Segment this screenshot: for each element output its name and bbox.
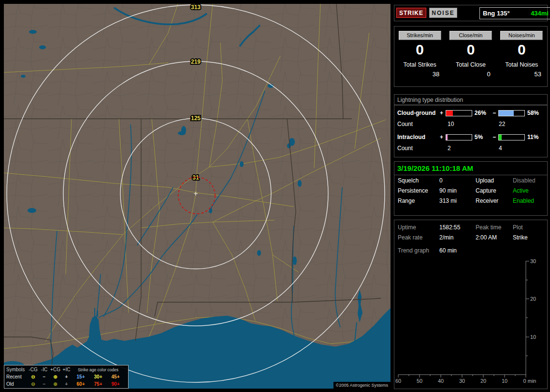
x-tick-30: 30 [459,378,465,384]
total-strikes-label: Total Strikes [404,61,436,68]
age-code-90: 90+ [107,381,124,387]
map-legend: Symbols -CG -IC +CG +IC Strike age color… [4,365,129,389]
trend-graph-label: Trend graph [398,247,439,254]
cloud-ground-row: Cloud-ground + 26% − 58% [394,107,547,119]
strikes-column: Strikes/min 0 Total Strikes 38 [394,27,445,86]
stats-row: Uptime 1582:55 Peak time Plot [394,223,547,232]
neg-ic-old-icon: − [39,381,50,387]
close-per-min-button[interactable]: Close/min [449,31,492,40]
strikes-per-min-value: 0 [416,42,424,57]
y-tick-30: 30 [530,258,536,264]
mode-bar: STRIKE NOISE Bng 135° 434mi [394,5,548,21]
cloud-ground-positive-count: 10 [448,121,499,127]
intracloud-row: Intracloud + 5% − 11% [394,131,547,143]
total-close-label: Total Close [456,61,486,68]
intracloud-positive-count: 2 [448,145,499,152]
chart-axes [398,261,529,378]
bearing-display: Bng 135° 434mi [479,7,550,19]
x-tick-20: 20 [480,378,486,384]
x-tick-60: 60 [395,378,401,384]
minus-sign: − [492,110,497,116]
x-tick-10: 10 [502,378,507,384]
legend-symbols-header: Symbols [5,367,28,372]
pos-cg-recent-icon: ⊕ [50,374,61,379]
y-tick-20: 20 [530,296,536,302]
noises-per-min-button[interactable]: Noises/min [500,31,543,40]
total-noises-value: 53 [496,70,547,78]
age-code-45: 45+ [107,374,124,379]
cloud-ground-positive-pct: 26% [474,110,492,116]
bearing-distance-value: 434mi [531,10,549,17]
range-value: 313 mi [439,197,476,204]
squelch-label: Squelch [398,177,439,184]
peak-time-value: 2:00 AM [476,234,513,241]
intracloud-count-row: Count 2 4 [394,143,547,154]
count-label: Count [397,145,448,152]
uptime-value: 1582:55 [439,224,476,231]
x-tick-50: 50 [417,378,422,384]
total-noises-label: Total Noises [505,61,538,68]
cloud-ground-label: Cloud-ground [397,110,439,116]
pos-ic-recent-icon: + [61,374,72,379]
intracloud-negative-bar [498,134,525,140]
map-canvas[interactable]: 313 219 125 31 [4,4,391,389]
stats-row: Peak rate 2/min 2:00 AM Strike [394,233,547,242]
trend-graph-chart: 30 20 10 60 50 40 30 20 10 0 min [394,254,547,388]
bearing-label: Bng 135° [483,10,510,17]
settings-row: Range 313 mi Receiver Enabled [394,196,547,206]
close-per-min-value: 0 [467,42,475,57]
intracloud-positive-bar [446,134,472,140]
age-code-30: 30+ [89,374,107,379]
neg-ic-recent-icon: − [39,374,50,379]
legend-recent-label: Recent [5,374,28,379]
age-code-15: 15+ [72,374,89,379]
cloud-ground-positive-bar [446,110,472,116]
datetime-display: 3/19/2026 11:10:18 AM [394,162,547,175]
upload-status: Disabled [513,177,536,184]
total-strikes-value: 38 [394,70,445,78]
persistence-label: Persistence [398,187,439,194]
strike-mode-button[interactable]: STRIKE [396,8,426,18]
intracloud-negative-count: 4 [499,145,502,152]
ring-label-313: 313 [191,4,201,11]
distribution-title: Lightning type distribution [394,95,547,105]
neg-cg-old-icon: ⊖ [28,381,39,387]
rate-stats-panel: Strikes/min 0 Total Strikes 38 Close/min… [394,26,548,87]
peak-time-label: Peak time [476,224,513,231]
persistence-value: 90 min [439,187,476,194]
total-close-value: 0 [445,70,496,78]
plus-sign: + [439,134,445,140]
lightning-map: 313 219 125 31 Symbols -CG -IC +CG +IC S… [4,4,391,389]
capture-label: Capture [476,187,513,194]
intracloud-label: Intracloud [397,134,439,140]
legend-old-label: Old [5,381,28,387]
noise-mode-button[interactable]: NOISE [429,8,457,18]
y-tick-10: 10 [530,334,536,340]
legend-col-neg-ic: -IC [39,367,50,372]
legend-col-pos-ic: +IC [61,367,72,372]
age-code-60: 60+ [72,381,89,387]
peak-rate-label: Peak rate [398,234,439,241]
legend-col-pos-cg: +CG [50,367,61,372]
trend-window-value: 60 min [439,247,476,254]
settings-row: Squelch 0 Upload Disabled [394,176,547,185]
squelch-value: 0 [439,177,476,184]
upload-label: Upload [476,177,513,184]
ring-label-125: 125 [191,115,201,122]
trend-panel: Uptime 1582:55 Peak time Plot Peak rate … [394,220,548,389]
plot-label: Plot [513,224,523,231]
ring-label-219: 219 [191,58,201,65]
peak-rate-value: 2/min [439,234,476,241]
noises-column: Noises/min 0 Total Noises 53 [496,27,547,86]
x-tick-40: 40 [438,378,444,384]
close-column: Close/min 0 Total Close 0 [445,27,496,86]
neg-cg-recent-icon: ⊖ [28,374,39,379]
settings-row: Persistence 90 min Capture Active [394,186,547,196]
cloud-ground-negative-pct: 58% [526,110,544,116]
pos-ic-old-icon: + [61,381,72,387]
pos-cg-old-icon: ⊕ [50,381,61,387]
noises-per-min-value: 0 [518,42,526,57]
plus-sign: + [439,110,445,116]
capture-status: Active [513,187,529,194]
strikes-per-min-button[interactable]: Strikes/min [399,31,441,40]
